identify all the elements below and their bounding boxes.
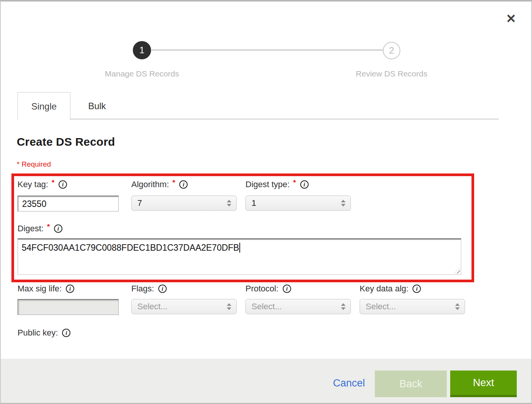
digest-value: 54FCF030AA1C79C0088FDEC1BD1C37DAA2E70DFB [22, 243, 239, 253]
public-key-label: Public key: i [18, 328, 70, 338]
page-title: Create DS Record [17, 135, 115, 148]
flags-select[interactable]: Select... [131, 299, 237, 314]
digest-label-text: Digest: [18, 224, 43, 234]
protocol-info-icon[interactable]: i [283, 285, 291, 293]
select-arrows-icon [341, 303, 346, 310]
next-button[interactable]: Next [450, 371, 517, 397]
digest-type-label-text: Digest type: [245, 180, 290, 189]
algorithm-label-text: Algorithm: [131, 180, 169, 189]
key-tag-input[interactable] [18, 196, 119, 212]
step-1-circle: 1 [133, 41, 151, 59]
digest-type-select[interactable]: 1 [245, 196, 351, 211]
create-ds-record-modal: ✕ 1 2 Manage DS Records Review DS Record… [0, 0, 532, 404]
tab-bulk-label: Bulk [88, 101, 106, 111]
digest-label: Digest: * i [18, 224, 62, 234]
key-data-alg-label-text: Key data alg: [360, 284, 408, 294]
step-1-label: Manage DS Records [105, 69, 179, 78]
select-arrows-icon [341, 200, 346, 207]
key-data-alg-select[interactable]: Select... [360, 299, 465, 314]
digest-required-star: * [47, 223, 49, 231]
max-sig-life-info-icon[interactable]: i [66, 285, 74, 293]
step-1-number: 1 [139, 45, 144, 56]
max-sig-life-label-text: Max sig life: [18, 284, 62, 294]
tab-bulk[interactable]: Bulk [70, 93, 124, 119]
flags-label: Flags: i [131, 284, 167, 294]
close-icon: ✕ [506, 11, 516, 26]
step-2-label: Review DS Records [356, 69, 427, 78]
back-button[interactable]: Back [375, 371, 447, 397]
flags-label-text: Flags: [131, 284, 154, 294]
tab-single[interactable]: Single [18, 92, 70, 120]
key-data-alg-info-icon[interactable]: i [413, 285, 421, 293]
select-arrows-icon [455, 303, 460, 310]
public-key-label-text: Public key: [18, 328, 58, 338]
text-cursor [239, 243, 240, 253]
digest-type-required-star: * [293, 178, 296, 187]
resize-handle[interactable] [454, 267, 460, 274]
digest-type-label: Digest type: * i [245, 180, 309, 189]
step-2-number: 2 [389, 45, 394, 56]
flags-info-icon[interactable]: i [158, 285, 167, 293]
select-arrows-icon [227, 303, 231, 310]
tab-bar-underline [70, 119, 499, 119]
max-sig-life-label: Max sig life: i [18, 284, 74, 294]
digest-type-info-icon[interactable]: i [300, 180, 309, 189]
algorithm-label: Algorithm: * i [131, 180, 188, 189]
step-2-circle: 2 [383, 42, 400, 59]
key-tag-label-text: Key tag: [18, 180, 48, 189]
stepper-connector-line [151, 49, 383, 51]
protocol-label: Protocol: i [245, 284, 291, 294]
digest-type-select-value: 1 [246, 198, 341, 208]
key-tag-required-star: * [52, 178, 54, 187]
algorithm-info-icon[interactable]: i [179, 180, 188, 189]
key-data-alg-label: Key data alg: i [360, 284, 421, 294]
tab-single-label: Single [31, 101, 57, 112]
algorithm-select-value: 7 [132, 198, 227, 208]
digest-info-icon[interactable]: i [54, 224, 62, 233]
protocol-select-value: Select... [246, 302, 341, 312]
required-note: * Required [17, 160, 51, 169]
key-tag-info-icon[interactable]: i [59, 180, 67, 189]
cancel-link[interactable]: Cancel [333, 377, 365, 389]
flags-select-value: Select... [132, 302, 227, 312]
algorithm-select[interactable]: 7 [131, 196, 237, 211]
max-sig-life-input [18, 299, 119, 315]
algorithm-required-star: * [172, 178, 175, 187]
public-key-info-icon[interactable]: i [62, 329, 70, 337]
select-arrows-icon [227, 200, 231, 207]
protocol-select[interactable]: Select... [245, 299, 351, 314]
key-tag-label: Key tag: * i [18, 180, 67, 189]
key-data-alg-select-value: Select... [360, 302, 455, 312]
close-button[interactable]: ✕ [502, 10, 520, 27]
protocol-label-text: Protocol: [245, 284, 279, 294]
digest-textarea[interactable]: 54FCF030AA1C79C0088FDEC1BD1C37DAA2E70DFB [18, 238, 461, 275]
